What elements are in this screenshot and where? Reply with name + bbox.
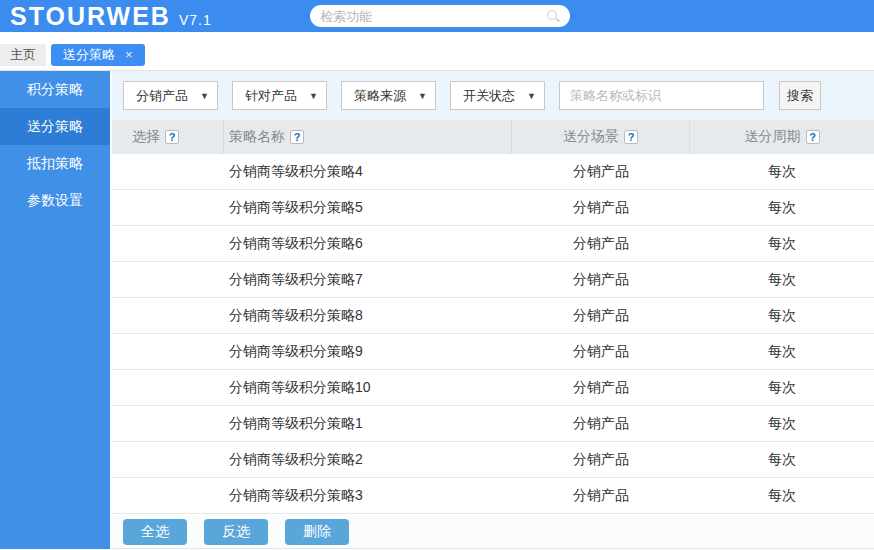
- help-icon[interactable]: ?: [165, 130, 179, 144]
- column-header-period: 送分周期 ?: [690, 120, 874, 154]
- select-cell[interactable]: [112, 298, 224, 333]
- table-row[interactable]: 分销商等级积分策略9 分销产品 每次: [112, 334, 874, 370]
- app-logo: STOURWEB V7.1: [0, 2, 212, 31]
- scene-cell: 分销产品: [512, 190, 690, 225]
- scene-cell: 分销产品: [512, 334, 690, 369]
- tab-bar: 主页 送分策略×: [0, 32, 874, 71]
- select-cell[interactable]: [112, 262, 224, 297]
- sidebar: 积分策略 送分策略 抵扣策略 参数设置: [0, 71, 110, 549]
- column-header-period-label: 送分周期: [745, 128, 801, 146]
- period-cell: 每次: [690, 298, 874, 333]
- tab-home-label: 主页: [10, 47, 36, 62]
- global-search-input[interactable]: [320, 9, 546, 24]
- strategy-name-cell: 分销商等级积分策略10: [224, 370, 512, 405]
- help-icon[interactable]: ?: [806, 130, 820, 144]
- table-row[interactable]: 分销商等级积分策略6 分销产品 每次: [112, 226, 874, 262]
- period-cell: 每次: [690, 370, 874, 405]
- period-cell: 每次: [690, 190, 874, 225]
- invert-selection-button[interactable]: 反选: [204, 519, 268, 545]
- strategy-name-cell: 分销商等级积分策略5: [224, 190, 512, 225]
- table-row[interactable]: 分销商等级积分策略1 分销产品 每次: [112, 406, 874, 442]
- logo-text: STOURWEB: [10, 2, 171, 31]
- logo-version: V7.1: [179, 12, 212, 28]
- strategy-name-cell: 分销商等级积分策略2: [224, 442, 512, 477]
- column-header-select-label: 选择: [132, 128, 160, 146]
- strategy-name-cell: 分销商等级积分策略8: [224, 298, 512, 333]
- column-header-scene: 送分场景 ?: [512, 120, 690, 154]
- filter-dropdown-product-value: 分销产品: [136, 87, 188, 105]
- column-header-scene-label: 送分场景: [563, 128, 619, 146]
- period-cell: 每次: [690, 406, 874, 441]
- strategy-name-cell: 分销商等级积分策略6: [224, 226, 512, 261]
- sidebar-item-send-points-strategy[interactable]: 送分策略: [0, 108, 110, 145]
- scene-cell: 分销产品: [512, 298, 690, 333]
- strategy-name-input[interactable]: [559, 81, 764, 110]
- scene-cell: 分销产品: [512, 370, 690, 405]
- chevron-down-icon: ▼: [309, 91, 318, 101]
- tab-send-points-label: 送分策略: [63, 47, 115, 62]
- table-row[interactable]: 分销商等级积分策略8 分销产品 每次: [112, 298, 874, 334]
- table-row[interactable]: 分销商等级积分策略3 分销产品 每次: [112, 478, 874, 514]
- period-cell: 每次: [690, 226, 874, 261]
- strategy-name-cell: 分销商等级积分策略1: [224, 406, 512, 441]
- table-row[interactable]: 分销商等级积分策略2 分销产品 每次: [112, 442, 874, 478]
- table-row[interactable]: 分销商等级积分策略7 分销产品 每次: [112, 262, 874, 298]
- filter-bar: 分销产品 ▼ 针对产品 ▼ 策略来源 ▼ 开关状态 ▼ 搜索: [112, 71, 874, 120]
- filter-dropdown-switch-status-value: 开关状态: [463, 87, 515, 105]
- table-row[interactable]: 分销商等级积分策略4 分销产品 每次: [112, 154, 874, 190]
- strategy-name-cell: 分销商等级积分策略7: [224, 262, 512, 297]
- filter-dropdown-product[interactable]: 分销产品 ▼: [123, 81, 218, 110]
- scene-cell: 分销产品: [512, 478, 690, 513]
- help-icon[interactable]: ?: [290, 130, 304, 144]
- bulk-action-bar: 全选 反选 删除: [112, 515, 874, 549]
- period-cell: 每次: [690, 154, 874, 189]
- period-cell: 每次: [690, 442, 874, 477]
- filter-dropdown-source[interactable]: 策略来源 ▼: [341, 81, 436, 110]
- scene-cell: 分销产品: [512, 226, 690, 261]
- filter-dropdown-target-value: 针对产品: [245, 87, 297, 105]
- sidebar-item-points-strategy[interactable]: 积分策略: [0, 71, 110, 108]
- close-icon[interactable]: ×: [125, 47, 133, 62]
- sidebar-item-parameter-settings[interactable]: 参数设置: [0, 182, 110, 219]
- filter-dropdown-target[interactable]: 针对产品 ▼: [232, 81, 327, 110]
- table-body: 分销商等级积分策略4 分销产品 每次 分销商等级积分策略5 分销产品 每次 分销…: [112, 154, 874, 515]
- select-cell[interactable]: [112, 190, 224, 225]
- column-header-select: 选择 ?: [112, 120, 224, 154]
- select-cell[interactable]: [112, 406, 224, 441]
- search-icon[interactable]: [546, 9, 560, 23]
- search-button[interactable]: 搜索: [779, 81, 821, 110]
- select-cell[interactable]: [112, 334, 224, 369]
- column-header-strategy-name-label: 策略名称: [229, 128, 285, 146]
- delete-button[interactable]: 删除: [285, 519, 349, 545]
- scene-cell: 分销产品: [512, 262, 690, 297]
- global-search[interactable]: [310, 5, 570, 27]
- chevron-down-icon: ▼: [527, 91, 536, 101]
- chevron-down-icon: ▼: [418, 91, 427, 101]
- select-cell[interactable]: [112, 370, 224, 405]
- filter-dropdown-source-value: 策略来源: [354, 87, 406, 105]
- tab-send-points[interactable]: 送分策略×: [51, 44, 145, 66]
- filter-dropdown-switch-status[interactable]: 开关状态 ▼: [450, 81, 545, 110]
- period-cell: 每次: [690, 334, 874, 369]
- help-icon[interactable]: ?: [624, 130, 638, 144]
- sidebar-item-deduction-strategy[interactable]: 抵扣策略: [0, 145, 110, 182]
- select-cell[interactable]: [112, 478, 224, 513]
- scene-cell: 分销产品: [512, 154, 690, 189]
- table-row[interactable]: 分销商等级积分策略10 分销产品 每次: [112, 370, 874, 406]
- strategy-name-cell: 分销商等级积分策略3: [224, 478, 512, 513]
- table-row[interactable]: 分销商等级积分策略5 分销产品 每次: [112, 190, 874, 226]
- tab-home[interactable]: 主页: [0, 44, 46, 66]
- table-header: 选择 ? 策略名称 ? 送分场景 ? 送分周期 ?: [112, 120, 874, 154]
- scene-cell: 分销产品: [512, 442, 690, 477]
- period-cell: 每次: [690, 478, 874, 513]
- period-cell: 每次: [690, 262, 874, 297]
- top-bar: STOURWEB V7.1: [0, 0, 874, 32]
- column-header-strategy-name: 策略名称 ?: [224, 120, 512, 154]
- main-area: 积分策略 送分策略 抵扣策略 参数设置 分销产品 ▼ 针对产品 ▼ 策略来源 ▼…: [0, 71, 874, 549]
- select-all-button[interactable]: 全选: [123, 519, 187, 545]
- select-cell[interactable]: [112, 154, 224, 189]
- scene-cell: 分销产品: [512, 406, 690, 441]
- select-cell[interactable]: [112, 442, 224, 477]
- select-cell[interactable]: [112, 226, 224, 261]
- strategy-name-cell: 分销商等级积分策略9: [224, 334, 512, 369]
